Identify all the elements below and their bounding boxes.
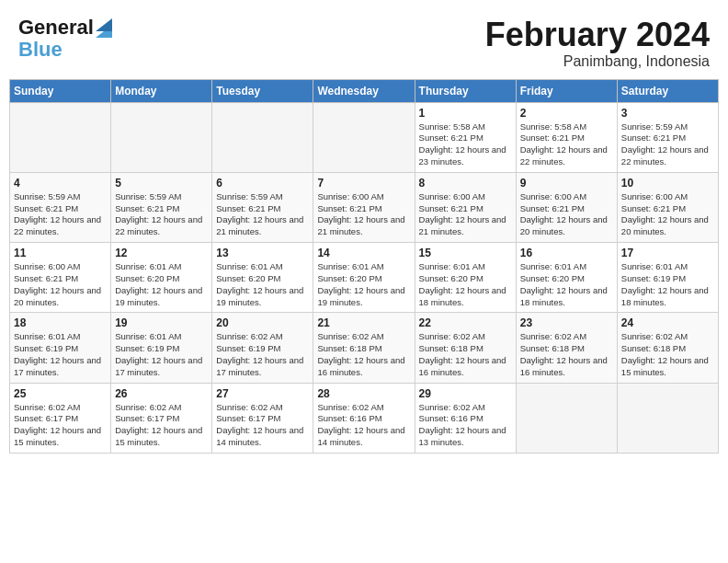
day-number: 2 bbox=[520, 107, 613, 120]
calendar-week-2: 4 Sunrise: 5:59 AMSunset: 6:21 PMDayligh… bbox=[10, 172, 719, 242]
day-info: Sunrise: 6:02 AMSunset: 6:18 PMDaylight:… bbox=[520, 331, 608, 376]
day-info: Sunrise: 6:00 AMSunset: 6:21 PMDaylight:… bbox=[520, 191, 608, 236]
day-number: 28 bbox=[317, 387, 410, 400]
day-number: 14 bbox=[317, 247, 410, 259]
day-number: 6 bbox=[216, 177, 309, 190]
day-number: 25 bbox=[14, 387, 107, 400]
day-info: Sunrise: 5:59 AMSunset: 6:21 PMDaylight:… bbox=[115, 191, 202, 236]
day-info: Sunrise: 6:01 AMSunset: 6:19 PMDaylight:… bbox=[115, 331, 202, 376]
day-info: Sunrise: 6:01 AMSunset: 6:19 PMDaylight:… bbox=[621, 261, 709, 306]
day-info: Sunrise: 6:01 AMSunset: 6:20 PMDaylight:… bbox=[115, 261, 202, 306]
calendar-cell: 24 Sunrise: 6:02 AMSunset: 6:18 PMDaylig… bbox=[617, 313, 718, 383]
day-info: Sunrise: 6:02 AMSunset: 6:17 PMDaylight:… bbox=[115, 402, 202, 447]
col-header-sunday: Sunday bbox=[10, 79, 111, 102]
calendar-cell: 11 Sunrise: 6:00 AMSunset: 6:21 PMDaylig… bbox=[10, 243, 111, 313]
day-number: 13 bbox=[216, 247, 309, 259]
col-header-saturday: Saturday bbox=[617, 79, 718, 102]
day-number: 26 bbox=[115, 387, 208, 400]
day-info: Sunrise: 6:02 AMSunset: 6:16 PMDaylight:… bbox=[317, 402, 404, 447]
calendar-cell: 3 Sunrise: 5:59 AMSunset: 6:21 PMDayligh… bbox=[617, 102, 718, 172]
calendar-cell: 12 Sunrise: 6:01 AMSunset: 6:20 PMDaylig… bbox=[111, 243, 212, 313]
day-info: Sunrise: 5:59 AMSunset: 6:21 PMDaylight:… bbox=[216, 191, 303, 236]
month-title: February 2024 bbox=[485, 17, 710, 53]
calendar-cell: 10 Sunrise: 6:00 AMSunset: 6:21 PMDaylig… bbox=[617, 172, 718, 242]
col-header-tuesday: Tuesday bbox=[212, 79, 313, 102]
calendar-cell bbox=[516, 383, 617, 453]
calendar-cell: 4 Sunrise: 5:59 AMSunset: 6:21 PMDayligh… bbox=[10, 172, 111, 242]
calendar-cell: 15 Sunrise: 6:01 AMSunset: 6:20 PMDaylig… bbox=[415, 243, 516, 313]
day-info: Sunrise: 6:00 AMSunset: 6:21 PMDaylight:… bbox=[14, 261, 101, 306]
calendar-week-3: 11 Sunrise: 6:00 AMSunset: 6:21 PMDaylig… bbox=[10, 243, 719, 313]
day-info: Sunrise: 5:59 AMSunset: 6:21 PMDaylight:… bbox=[621, 121, 709, 167]
day-info: Sunrise: 5:58 AMSunset: 6:21 PMDaylight:… bbox=[520, 121, 608, 167]
day-number: 8 bbox=[419, 177, 512, 190]
day-info: Sunrise: 6:01 AMSunset: 6:20 PMDaylight:… bbox=[419, 261, 506, 306]
calendar-cell bbox=[617, 383, 718, 453]
logo-icon bbox=[96, 17, 112, 38]
calendar-header-row: SundayMondayTuesdayWednesdayThursdayFrid… bbox=[10, 79, 719, 102]
calendar-cell: 21 Sunrise: 6:02 AMSunset: 6:18 PMDaylig… bbox=[313, 313, 415, 383]
calendar-cell: 6 Sunrise: 5:59 AMSunset: 6:21 PMDayligh… bbox=[212, 172, 313, 242]
day-number: 15 bbox=[419, 247, 512, 259]
calendar-week-4: 18 Sunrise: 6:01 AMSunset: 6:19 PMDaylig… bbox=[10, 313, 719, 383]
title-block: February 2024 Panimbang, Indonesia bbox=[485, 17, 710, 70]
calendar-cell: 19 Sunrise: 6:01 AMSunset: 6:19 PMDaylig… bbox=[111, 313, 212, 383]
day-info: Sunrise: 6:02 AMSunset: 6:18 PMDaylight:… bbox=[317, 331, 404, 376]
day-number: 12 bbox=[115, 247, 208, 259]
calendar-cell: 25 Sunrise: 6:02 AMSunset: 6:17 PMDaylig… bbox=[10, 383, 111, 453]
day-number: 20 bbox=[216, 316, 309, 329]
day-info: Sunrise: 6:02 AMSunset: 6:18 PMDaylight:… bbox=[621, 331, 709, 376]
calendar-cell: 1 Sunrise: 5:58 AMSunset: 6:21 PMDayligh… bbox=[415, 102, 516, 172]
day-number: 18 bbox=[14, 316, 107, 329]
day-number: 24 bbox=[621, 316, 714, 329]
day-info: Sunrise: 6:00 AMSunset: 6:21 PMDaylight:… bbox=[317, 191, 404, 236]
calendar-cell bbox=[111, 102, 212, 172]
col-header-friday: Friday bbox=[516, 79, 617, 102]
day-number: 10 bbox=[621, 177, 714, 190]
calendar-cell: 7 Sunrise: 6:00 AMSunset: 6:21 PMDayligh… bbox=[313, 172, 415, 242]
col-header-thursday: Thursday bbox=[415, 79, 516, 102]
calendar-cell: 2 Sunrise: 5:58 AMSunset: 6:21 PMDayligh… bbox=[516, 102, 617, 172]
calendar-cell bbox=[10, 102, 111, 172]
svg-marker-1 bbox=[96, 18, 112, 31]
day-number: 7 bbox=[317, 177, 410, 190]
day-number: 16 bbox=[520, 247, 613, 259]
calendar-cell: 20 Sunrise: 6:02 AMSunset: 6:19 PMDaylig… bbox=[212, 313, 313, 383]
location: Panimbang, Indonesia bbox=[485, 53, 710, 70]
day-info: Sunrise: 6:02 AMSunset: 6:16 PMDaylight:… bbox=[419, 402, 506, 447]
day-number: 9 bbox=[520, 177, 613, 190]
col-header-monday: Monday bbox=[111, 79, 212, 102]
calendar-cell: 18 Sunrise: 6:01 AMSunset: 6:19 PMDaylig… bbox=[10, 313, 111, 383]
day-number: 3 bbox=[621, 107, 714, 120]
calendar-cell: 9 Sunrise: 6:00 AMSunset: 6:21 PMDayligh… bbox=[516, 172, 617, 242]
day-number: 23 bbox=[520, 316, 613, 329]
day-info: Sunrise: 6:01 AMSunset: 6:20 PMDaylight:… bbox=[520, 261, 608, 306]
calendar-cell: 28 Sunrise: 6:02 AMSunset: 6:16 PMDaylig… bbox=[313, 383, 415, 453]
logo: General Blue bbox=[18, 17, 112, 61]
day-info: Sunrise: 6:00 AMSunset: 6:21 PMDaylight:… bbox=[621, 191, 709, 236]
day-number: 4 bbox=[14, 177, 107, 190]
day-number: 29 bbox=[419, 387, 512, 400]
day-number: 27 bbox=[216, 387, 309, 400]
calendar-cell: 26 Sunrise: 6:02 AMSunset: 6:17 PMDaylig… bbox=[111, 383, 212, 453]
page-header: General Blue February 2024 Panimbang, In… bbox=[9, 9, 719, 74]
day-info: Sunrise: 6:02 AMSunset: 6:18 PMDaylight:… bbox=[419, 331, 506, 376]
calendar-cell: 5 Sunrise: 5:59 AMSunset: 6:21 PMDayligh… bbox=[111, 172, 212, 242]
calendar-cell: 13 Sunrise: 6:01 AMSunset: 6:20 PMDaylig… bbox=[212, 243, 313, 313]
col-header-wednesday: Wednesday bbox=[313, 79, 415, 102]
day-info: Sunrise: 6:00 AMSunset: 6:21 PMDaylight:… bbox=[419, 191, 506, 236]
calendar-cell: 22 Sunrise: 6:02 AMSunset: 6:18 PMDaylig… bbox=[415, 313, 516, 383]
logo-blue-text: Blue bbox=[18, 39, 63, 61]
day-info: Sunrise: 5:59 AMSunset: 6:21 PMDaylight:… bbox=[14, 191, 101, 236]
logo-text: General bbox=[18, 17, 94, 39]
day-info: Sunrise: 6:01 AMSunset: 6:20 PMDaylight:… bbox=[216, 261, 303, 306]
calendar-table: SundayMondayTuesdayWednesdayThursdayFrid… bbox=[9, 79, 719, 454]
day-info: Sunrise: 6:02 AMSunset: 6:17 PMDaylight:… bbox=[216, 402, 303, 447]
calendar-cell: 23 Sunrise: 6:02 AMSunset: 6:18 PMDaylig… bbox=[516, 313, 617, 383]
day-info: Sunrise: 6:02 AMSunset: 6:19 PMDaylight:… bbox=[216, 331, 303, 376]
day-number: 11 bbox=[14, 247, 107, 259]
calendar-cell: 14 Sunrise: 6:01 AMSunset: 6:20 PMDaylig… bbox=[313, 243, 415, 313]
calendar-cell bbox=[212, 102, 313, 172]
calendar-cell: 17 Sunrise: 6:01 AMSunset: 6:19 PMDaylig… bbox=[617, 243, 718, 313]
day-number: 22 bbox=[419, 316, 512, 329]
